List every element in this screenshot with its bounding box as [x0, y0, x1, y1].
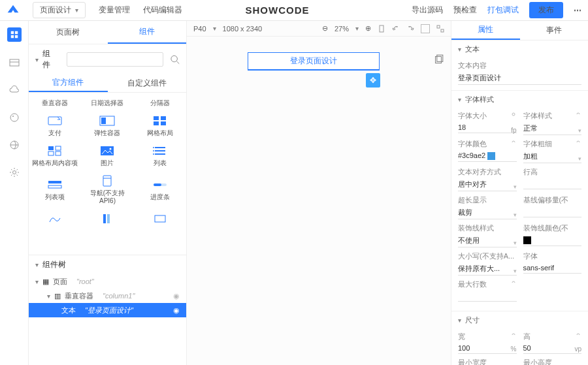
tab-page-tree[interactable]: 页面树: [29, 21, 108, 44]
decoration-color-input[interactable]: [523, 234, 582, 246]
rail-cloud-icon[interactable]: [8, 84, 21, 97]
comp-progress[interactable]: 进度条: [134, 171, 186, 209]
link-icon[interactable]: [510, 139, 517, 146]
rail-settings-icon[interactable]: [8, 166, 21, 179]
baseline-input[interactable]: [523, 206, 582, 217]
left-panel-tabs: 页面树 组件: [29, 21, 186, 44]
zoom-out-icon[interactable]: ⊖: [322, 24, 328, 33]
export-source-link[interactable]: 导出源码: [412, 5, 443, 16]
chevron-down-icon[interactable]: ▾: [35, 261, 39, 268]
var-management-link[interactable]: 变量管理: [99, 5, 130, 16]
color-swatch[interactable]: [487, 152, 495, 160]
move-handle-icon[interactable]: ✥: [366, 73, 380, 87]
package-debug-link[interactable]: 打包调试: [487, 5, 519, 16]
line-height-input[interactable]: [523, 178, 582, 189]
comp-image[interactable]: 图片: [81, 141, 133, 171]
link-icon[interactable]: [510, 111, 517, 118]
chevron-down-icon: ▾: [578, 155, 581, 162]
subtab-custom[interactable]: 自定义组件: [108, 74, 187, 92]
text-case-select[interactable]: 保持原有大...: [458, 262, 517, 276]
search-icon[interactable]: [170, 54, 180, 65]
device-name[interactable]: P40: [193, 25, 206, 33]
chevron-down-icon: ▾: [514, 183, 517, 190]
link-icon[interactable]: [510, 332, 517, 338]
rail-widgets-icon[interactable]: [7, 27, 22, 42]
font-size-input[interactable]: 18: [458, 122, 517, 133]
selected-text-element[interactable]: 登录页面设计 ✥: [248, 53, 379, 70]
rotate-icon[interactable]: [378, 25, 385, 33]
color-swatch[interactable]: [523, 236, 531, 244]
link-icon[interactable]: [575, 111, 581, 118]
tab-events[interactable]: 事件: [520, 21, 589, 40]
page-design-dropdown[interactable]: 页面设计 ▾: [33, 2, 86, 18]
overflow-select[interactable]: 裁剪: [458, 206, 517, 219]
text-content-input[interactable]: 登录页面设计: [458, 72, 581, 85]
chevron-down-icon[interactable]: ▾: [35, 56, 39, 63]
redo-icon[interactable]: [406, 25, 414, 33]
subtab-official[interactable]: 官方组件: [29, 74, 108, 92]
component-search-input[interactable]: [67, 52, 163, 67]
comp-extra-1[interactable]: [29, 209, 81, 229]
zoom-in-icon[interactable]: ⊕: [365, 24, 371, 33]
font-color-input[interactable]: #3c9ae2: [458, 150, 517, 162]
svg-rect-1: [14, 31, 17, 34]
undo-icon[interactable]: [392, 25, 400, 33]
tab-components[interactable]: 组件: [108, 21, 187, 44]
svg-point-10: [171, 56, 178, 62]
precheck-link[interactable]: 预检查: [453, 5, 477, 16]
comp-navigation[interactable]: 导航(不支持API6): [81, 171, 133, 209]
chevron-down-icon[interactable]: ▾: [458, 46, 461, 53]
decoration-style-select[interactable]: 不使用: [458, 234, 517, 247]
text-align-select[interactable]: 居中对齐: [458, 178, 517, 191]
comp-pay[interactable]: 支付: [29, 111, 81, 141]
svg-rect-16: [161, 116, 166, 120]
ruler-toggle[interactable]: [421, 24, 430, 33]
comp-list[interactable]: 列表: [134, 141, 186, 171]
svg-rect-3: [14, 35, 17, 38]
comp-date-picker[interactable]: 日期选择器: [81, 95, 133, 111]
component-subtabs: 官方组件 自定义组件: [29, 74, 186, 93]
svg-rect-32: [48, 185, 61, 188]
snap-icon[interactable]: [436, 25, 444, 33]
more-icon[interactable]: ⋯: [574, 6, 581, 15]
tree-row-column[interactable]: ▾ ▥ 垂直容器 "column1" ◉: [29, 289, 186, 303]
publish-button[interactable]: 发布: [529, 2, 563, 18]
max-lines-input[interactable]: [458, 291, 517, 302]
comp-extra-2[interactable]: [81, 209, 133, 229]
visibility-icon[interactable]: ◉: [173, 306, 180, 315]
height-input[interactable]: 50: [523, 343, 582, 354]
tab-properties[interactable]: 属性: [451, 21, 520, 40]
link-icon[interactable]: [510, 279, 517, 286]
font-family-input[interactable]: sans-serif: [523, 262, 582, 274]
svg-rect-23: [101, 146, 114, 155]
comp-vertical-container[interactable]: 垂直容器: [29, 95, 81, 111]
comp-extra-3[interactable]: [134, 209, 186, 229]
chevron-down-icon: ▾: [75, 7, 78, 14]
zoom-value: 27%: [335, 25, 349, 33]
tree-row-text-selected[interactable]: 文本 "登录页面设计" ◉: [29, 303, 186, 317]
chevron-down-icon[interactable]: ▾: [458, 96, 461, 103]
font-weight-select[interactable]: 加粗: [523, 150, 582, 163]
chevron-down-icon[interactable]: ▾: [458, 317, 461, 324]
copy-icon[interactable]: [433, 54, 444, 65]
comp-grid-item[interactable]: 网格布局内容项: [29, 141, 81, 171]
tree-row-root[interactable]: ▾ ▦ 页面 "root": [29, 274, 186, 289]
width-input[interactable]: 100: [458, 343, 517, 354]
font-style-select[interactable]: 正常: [523, 122, 582, 135]
rail-layout-icon[interactable]: [8, 56, 21, 69]
device-frame[interactable]: 登录页面设计 ✥: [248, 52, 380, 71]
svg-rect-44: [437, 55, 443, 61]
rail-paint-icon[interactable]: [8, 111, 21, 124]
link-icon[interactable]: [575, 139, 581, 146]
link-icon[interactable]: [575, 332, 581, 338]
comp-grid-layout[interactable]: 网格布局: [134, 111, 186, 141]
comp-flex-container[interactable]: 弹性容器: [81, 111, 133, 141]
visibility-icon[interactable]: ◉: [173, 292, 180, 300]
chevron-down-icon[interactable]: ▾: [213, 25, 216, 32]
chevron-down-icon[interactable]: ▾: [355, 25, 359, 32]
comp-list-item[interactable]: 列表项: [29, 171, 81, 209]
svg-rect-22: [56, 151, 61, 155]
svg-rect-38: [107, 214, 110, 223]
comp-divider[interactable]: 分隔器: [134, 95, 186, 111]
rail-globe-icon[interactable]: [8, 138, 21, 151]
